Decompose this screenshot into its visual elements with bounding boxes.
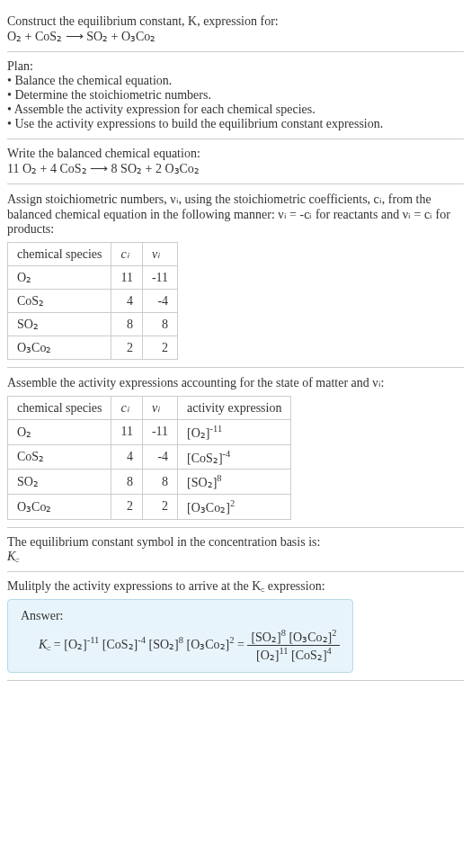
- table-row: O₃Co₂ 2 2: [8, 336, 178, 360]
- plan-bullet: • Balance the chemical equation.: [7, 74, 464, 88]
- lhs-term: [CoS₂]-4: [102, 638, 146, 651]
- plan-bullet: • Determine the stoichiometric numbers.: [7, 88, 464, 103]
- table-row: O₂ 11 -11 [O₂]-11: [8, 420, 291, 445]
- th-c: cᵢ: [111, 397, 142, 420]
- cell-species: O₃Co₂: [8, 336, 111, 360]
- plan-bullet-text: Assemble the activity expression for eac…: [14, 103, 315, 116]
- term-base: [CoS₂]: [102, 638, 138, 651]
- expr-sup: 8: [217, 473, 221, 483]
- intro-section: Construct the equilibrium constant, K, e…: [7, 7, 464, 52]
- table-row: CoS₂ 4 -4: [8, 290, 178, 313]
- kc-symbol-section: The equilibrium constant symbol in the c…: [7, 528, 464, 572]
- cell-c: 2: [111, 494, 142, 519]
- num-term: [O₃Co₂]2: [289, 631, 336, 644]
- cell-c: 2: [111, 336, 142, 360]
- answer-label: Answer:: [21, 609, 340, 623]
- table-header-row: chemical species cᵢ νᵢ: [8, 243, 178, 266]
- term-sup: 8: [179, 635, 183, 645]
- cell-c: 4: [111, 444, 142, 470]
- th-species: chemical species: [8, 243, 111, 266]
- term-base: [O₃Co₂]: [186, 638, 229, 651]
- cell-expr: [O₃Co₂]2: [178, 494, 291, 519]
- balanced-equation: 11 O₂ + 4 CoS₂ ⟶ 8 SO₂ + 2 O₃Co₂: [7, 161, 464, 176]
- cell-expr: [CoS₂]-4: [178, 444, 291, 470]
- intro-line: Construct the equilibrium constant, K, e…: [7, 14, 464, 29]
- intro-equation: O₂ + CoS₂ ⟶ SO₂ + O₃Co₂: [7, 29, 464, 44]
- cell-species: SO₂: [8, 470, 111, 495]
- fraction: [SO₂]8 [O₃Co₂]2 [O₂]11 [CoS₂]4: [247, 629, 340, 663]
- fraction-denominator: [O₂]11 [CoS₂]4: [247, 646, 340, 663]
- cell-nu: 2: [142, 494, 177, 519]
- kc-line1: The equilibrium constant symbol in the c…: [7, 535, 464, 550]
- cell-nu: -4: [142, 290, 177, 313]
- cell-species: CoS₂: [8, 290, 111, 313]
- table-header-row: chemical species cᵢ νᵢ activity expressi…: [8, 397, 291, 420]
- cell-c: 8: [111, 470, 142, 495]
- den-term: [CoS₂]4: [291, 649, 332, 662]
- plan-bullet-text: Balance the chemical equation.: [14, 74, 172, 87]
- term-sup: 8: [281, 629, 286, 639]
- plan-bullet-text: Determine the stoichiometric numbers.: [14, 88, 211, 102]
- term-sup: 2: [229, 635, 234, 645]
- final-heading: Mulitply the activity expressions to arr…: [7, 579, 464, 594]
- plan-heading: Plan:: [7, 59, 464, 74]
- expr-base: [O₃Co₂]: [187, 501, 230, 515]
- plan-section: Plan: • Balance the chemical equation. •…: [7, 52, 464, 139]
- balanced-section: Write the balanced chemical equation: 11…: [7, 139, 464, 184]
- term-base: [CoS₂]: [291, 649, 326, 662]
- th-c-text: cᵢ: [120, 401, 129, 415]
- expr-base: [SO₂]: [187, 476, 217, 489]
- cell-c: 11: [111, 266, 142, 290]
- equals: =: [54, 638, 64, 651]
- term-base: [O₃Co₂]: [289, 631, 332, 644]
- cell-species: O₂: [8, 420, 111, 445]
- lhs-term: [O₃Co₂]2: [186, 638, 234, 651]
- cell-species: O₃Co₂: [8, 494, 111, 519]
- activity-heading: Assemble the activity expressions accoun…: [7, 375, 464, 390]
- cell-nu: -11: [142, 420, 177, 445]
- cell-species: SO₂: [8, 313, 111, 336]
- cell-c: 4: [111, 290, 142, 313]
- plan-bullet: • Assemble the activity expression for e…: [7, 103, 464, 117]
- final-section: Mulitply the activity expressions to arr…: [7, 572, 464, 681]
- th-c: cᵢ: [111, 243, 142, 266]
- term-base: [O₂]: [64, 638, 86, 651]
- term-sup: -11: [87, 635, 100, 645]
- table-row: O₃Co₂ 2 2 [O₃Co₂]2: [8, 494, 291, 519]
- expr-base: [CoS₂]: [187, 451, 222, 464]
- cell-nu: 8: [142, 470, 177, 495]
- table-row: O₂ 11 -11: [8, 266, 178, 290]
- cell-nu: -11: [142, 266, 177, 290]
- activity-table: chemical species cᵢ νᵢ activity expressi…: [7, 396, 291, 520]
- term-base: [SO₂]: [149, 638, 179, 651]
- balanced-heading: Write the balanced chemical equation:: [7, 147, 464, 161]
- cell-c: 11: [111, 420, 142, 445]
- th-expr: activity expression: [178, 397, 291, 420]
- th-nu: νᵢ: [142, 243, 177, 266]
- term-base: [O₂]: [256, 649, 279, 662]
- fraction-numerator: [SO₂]8 [O₃Co₂]2: [247, 629, 340, 647]
- num-term: [SO₂]8: [251, 631, 285, 644]
- cell-species: O₂: [8, 266, 111, 290]
- expr-sup: -11: [210, 424, 223, 434]
- table-row: SO₂ 8 8: [8, 313, 178, 336]
- term-sup: 11: [279, 646, 288, 656]
- th-nu-text: νᵢ: [152, 247, 160, 261]
- plan-bullet: • Use the activity expressions to build …: [7, 117, 464, 131]
- lhs-term: [O₂]-11: [64, 638, 99, 651]
- cell-nu: -4: [142, 444, 177, 470]
- th-nu: νᵢ: [142, 397, 177, 420]
- cell-expr: [O₂]-11: [178, 420, 291, 445]
- expr-sup: 2: [230, 498, 235, 508]
- term-sup: 4: [327, 646, 332, 656]
- stoich-section: Assign stoichiometric numbers, νᵢ, using…: [7, 184, 464, 368]
- th-nu-text: νᵢ: [152, 401, 160, 415]
- expr-sup: -4: [223, 449, 231, 459]
- cell-nu: 2: [142, 336, 177, 360]
- plan-bullet-text: Use the activity expressions to build th…: [14, 117, 383, 130]
- table-row: SO₂ 8 8 [SO₂]8: [8, 470, 291, 495]
- equals: =: [237, 638, 247, 651]
- kc-symbol: K꜀: [7, 550, 464, 564]
- th-species: chemical species: [8, 397, 111, 420]
- cell-c: 8: [111, 313, 142, 336]
